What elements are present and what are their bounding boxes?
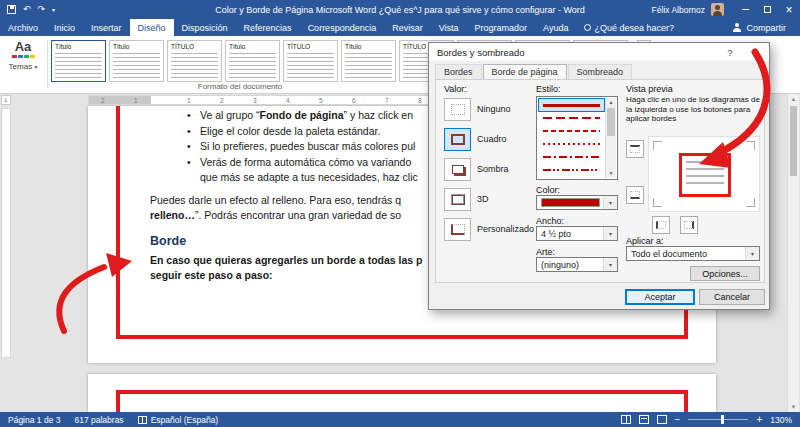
ribbon-tab-disposición[interactable]: Disposición [174, 19, 236, 36]
art-value: (ninguno) [541, 260, 579, 270]
style-set-thumbnail[interactable]: TÍTULO [167, 40, 222, 82]
color-dropdown[interactable] [536, 195, 618, 210]
style-set-thumbnail[interactable]: Título [109, 40, 164, 82]
valor-option-ninguno[interactable]: Ninguno [444, 96, 534, 122]
width-dropdown[interactable]: 4 ½ pto [536, 226, 618, 241]
line-style-option[interactable] [539, 151, 604, 163]
ruler-number: 4 [286, 97, 290, 104]
minimize-button[interactable] [734, 0, 756, 19]
line-style-option[interactable] [539, 125, 604, 137]
customize-qat-chevron-icon[interactable] [52, 5, 55, 15]
ribbon-tab-vista[interactable]: Vista [431, 19, 467, 36]
line-style-option[interactable] [539, 99, 604, 111]
preview-corner-mark [746, 141, 755, 150]
ribbon-tab-archivo[interactable]: Archivo [0, 19, 46, 36]
dialog-close-button[interactable]: × [743, 43, 769, 61]
cancel-button[interactable]: Cancelar [699, 289, 765, 305]
zoom-out-button[interactable]: − [675, 415, 681, 425]
language-indicator[interactable]: Español (España) [138, 415, 219, 425]
style-set-thumbnail[interactable]: TÍTULO [283, 40, 338, 82]
ribbon-tab-diseño[interactable]: Diseño [130, 19, 174, 36]
status-left: Página 1 de 3 617 palabras Español (Espa… [0, 415, 218, 425]
chevron-down-icon[interactable] [603, 196, 617, 209]
zoom-in-button[interactable]: + [756, 415, 762, 425]
page-2[interactable] [88, 374, 716, 412]
tab-stop-selector[interactable] [1, 95, 11, 105]
bottom-border-toggle-button[interactable] [626, 186, 644, 204]
style-set-thumbnail[interactable]: Título [341, 40, 396, 82]
border-preview-diagram[interactable] [648, 136, 760, 212]
valor-option-cuadro[interactable]: Cuadro [444, 126, 534, 152]
themes-button[interactable]: Aa Temas [2, 39, 44, 90]
redo-icon[interactable] [38, 5, 46, 14]
undo-icon[interactable] [23, 5, 31, 14]
web-layout-icon[interactable] [657, 415, 667, 424]
line-style-option[interactable] [539, 164, 604, 176]
minimize-icon [742, 9, 749, 10]
ribbon-tab-¿qué-desea-hacer?[interactable]: ¿Qué desea hacer? [576, 19, 682, 36]
accept-button[interactable]: Aceptar [625, 289, 695, 305]
lightbulb-icon [584, 24, 591, 31]
share-button[interactable]: Compartir [732, 19, 800, 36]
line-style-option[interactable] [539, 138, 604, 150]
ribbon-tab-inicio[interactable]: Inicio [46, 19, 83, 36]
ribbon-tab-programador[interactable]: Programador [467, 19, 536, 36]
ribbon-tab-ayuda[interactable]: Ayuda [535, 19, 576, 36]
listbox-scroll-up-icon[interactable] [606, 98, 616, 107]
zoom-slider-thumb[interactable] [721, 415, 724, 424]
color-label: Color: [536, 185, 560, 195]
scroll-up-icon[interactable] [788, 94, 799, 104]
zoom-slider[interactable] [688, 419, 748, 420]
valor-option-3d[interactable]: 3D [444, 186, 534, 212]
options-button[interactable]: Opciones... [690, 266, 760, 281]
listbox-scroll-down-icon[interactable] [606, 169, 616, 178]
dialog-controls: ? × [717, 43, 769, 61]
line-style-option[interactable] [539, 112, 604, 124]
dialog-help-button[interactable]: ? [717, 43, 743, 61]
dialog-title-bar[interactable]: Bordes y sombreado ? × [429, 43, 769, 61]
vertical-scrollbar[interactable] [787, 94, 799, 412]
ruler-number: 6 [352, 97, 356, 104]
scrollbar-thumb[interactable] [790, 106, 797, 176]
valor-option-personalizado[interactable]: Personalizado [444, 216, 534, 242]
ribbon-group-label: Formato del documento [50, 82, 430, 91]
ribbon-tab-correspondencia[interactable]: Correspondencia [300, 19, 385, 36]
ruler-number: 5 [319, 97, 323, 104]
zoom-level[interactable]: 130% [770, 415, 792, 425]
left-border-toggle-button[interactable] [652, 216, 670, 234]
valor-option-sombra[interactable]: Sombra [444, 156, 534, 182]
style-set-thumbnail[interactable]: Título [51, 40, 106, 82]
dialog-title: Bordes y sombreado [437, 47, 525, 58]
art-dropdown[interactable]: (ninguno) [536, 257, 618, 272]
listbox-scroll-thumb[interactable] [607, 108, 615, 136]
thumbnail-text-lines-icon [345, 53, 392, 79]
chevron-down-icon[interactable] [745, 247, 759, 260]
page-indicator[interactable]: Página 1 de 3 [8, 415, 60, 425]
thumbnail-text-lines-icon [55, 53, 102, 79]
ribbon-tab-revisar[interactable]: Revisar [384, 19, 431, 36]
vertical-ruler[interactable] [1, 108, 11, 358]
word-count[interactable]: 617 palabras [74, 415, 123, 425]
line-style-dashdotdot-icon [543, 169, 600, 171]
ruler-number: 1 [134, 97, 138, 104]
scroll-down-icon[interactable] [788, 402, 799, 412]
restore-button[interactable] [756, 0, 778, 19]
top-border-toggle-button[interactable] [626, 140, 644, 158]
style-set-thumbnail[interactable]: Título [225, 40, 280, 82]
close-button[interactable] [778, 0, 800, 19]
print-layout-icon[interactable] [639, 415, 649, 424]
save-icon[interactable] [7, 5, 16, 14]
listbox-scrollbar[interactable] [605, 98, 616, 178]
user-avatar[interactable] [711, 3, 724, 16]
chevron-down-icon[interactable] [603, 258, 617, 271]
ribbon-divider [47, 40, 48, 88]
ribbon-tab-referencias[interactable]: Referencias [236, 19, 300, 36]
right-border-toggle-button[interactable] [680, 216, 698, 234]
read-mode-icon[interactable] [621, 415, 631, 424]
ribbon-tab-insertar[interactable]: Insertar [83, 19, 130, 36]
apply-to-dropdown[interactable]: Todo el documento [626, 246, 760, 261]
chevron-down-icon[interactable] [603, 227, 617, 240]
valor-label: Valor: [444, 84, 467, 94]
line-style-listbox[interactable] [536, 96, 618, 180]
preview-help-text: Haga clic en uno de los diagramas de la … [626, 95, 760, 124]
